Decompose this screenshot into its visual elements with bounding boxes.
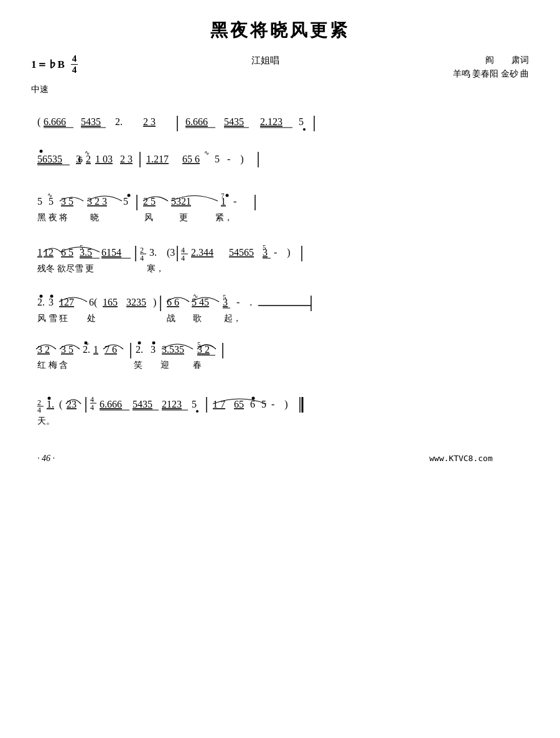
note-group: 2 3 — [143, 116, 156, 127]
dot-above — [152, 341, 156, 344]
page: 黑夜将晓风更紧 1＝♭B 4 4 江姐唱 阎 肃词 羊鸣 姜春阳 金砂 曲 中速… — [0, 0, 560, 738]
key-signature: 1＝♭B — [31, 57, 65, 72]
note-group: 2123 — [162, 399, 182, 409]
lyrics-line6: 红 梅 含 — [37, 360, 68, 370]
note-group: 6.666 — [185, 116, 208, 127]
note-group: 1 — [221, 196, 226, 207]
note-group: 65 6 — [182, 154, 200, 164]
lyrics-line5c: 战 — [167, 314, 175, 323]
note-group: ( — [59, 399, 62, 410]
lyrics-line4: 残冬 欲尽雪 更 — [37, 264, 94, 273]
note-group: 1. — [47, 399, 54, 409]
note-group: - ) — [271, 399, 288, 410]
tempo: 中速 — [31, 84, 529, 95]
note-group: 3 2 3 — [87, 196, 107, 207]
lyrics-line3d: 更 — [179, 213, 188, 222]
note-group: 3 2 — [37, 344, 50, 355]
note-group: 7 6 — [105, 344, 117, 355]
note-group: 5 — [37, 196, 42, 207]
dot-above — [85, 341, 88, 344]
note-group: 6.666 — [44, 116, 66, 127]
note-group: 3 5 — [61, 344, 73, 355]
note-group: 2. — [136, 344, 143, 355]
note-group: 5 — [261, 399, 266, 409]
note-group: 127 — [59, 297, 74, 307]
note-group: 2. — [83, 344, 90, 355]
note-group: 3 — [76, 154, 81, 164]
time-sig-2-4b: 4 — [140, 254, 144, 263]
note-group: 3. (3 — [149, 247, 175, 258]
trill-mark: ∿ — [85, 149, 90, 156]
lyrics-line5b: 处 — [87, 314, 96, 323]
header-left: 1＝♭B 4 4 — [31, 54, 78, 75]
note-group: - . — [236, 297, 252, 307]
note-group: 3 — [223, 297, 228, 307]
composer: 羊鸣 姜春阳 金砂 曲 — [453, 67, 530, 81]
trill-mark: ∿ — [204, 149, 209, 156]
dot-above — [138, 341, 141, 344]
lyrics-line5d: 歌 — [193, 314, 202, 323]
lyrics-line3c: 风 — [144, 213, 153, 222]
dot-below — [303, 128, 306, 131]
note-group: 1 — [37, 247, 42, 258]
note-group: 3.535 — [162, 344, 184, 355]
time-signature: 4 4 — [71, 54, 78, 75]
notation-line1: ( — [37, 116, 40, 128]
dot-above — [50, 294, 54, 297]
note-group: 54565 — [229, 247, 254, 258]
note-group: 6 — [250, 399, 255, 409]
note-group: 6 6 — [167, 297, 179, 307]
note-group: 2 3 — [120, 154, 133, 164]
note-group: 2. — [115, 116, 133, 127]
note-group: 5 — [299, 116, 304, 127]
note-group: 5 — [192, 399, 197, 409]
dot-above — [48, 396, 51, 399]
dot-above-note — [40, 149, 43, 152]
note-group: 6154 — [101, 247, 121, 258]
dot-above — [40, 294, 43, 297]
note-group: 6 5 — [61, 247, 73, 258]
page-number: · 46 · — [37, 454, 55, 463]
note-group: 5321 — [171, 196, 191, 207]
dot-above-note — [128, 194, 131, 197]
lyrics-line3b: 晓 — [90, 213, 99, 222]
lyrics-line6b: 笑 — [134, 360, 142, 370]
lyricist: 阎 肃词 — [453, 54, 530, 67]
note-group: 5435 — [81, 116, 101, 127]
note-group: 2.344 — [191, 247, 213, 258]
note-group: 2. — [37, 297, 45, 307]
note-group: 6.666 — [100, 399, 122, 409]
lyrics-line7: 天。 — [37, 416, 55, 426]
note-group: 3 — [263, 247, 268, 258]
note-group: 165 — [103, 297, 118, 307]
note-group: 5435 — [133, 399, 152, 409]
note-group: 2 5 — [143, 196, 156, 207]
dot-below — [196, 410, 198, 413]
note-group: 1 — [93, 344, 98, 355]
trill-mark: ∿ — [193, 292, 198, 299]
time-sig: 4 — [90, 403, 94, 412]
website: www.KTVC8.com — [429, 454, 493, 463]
dot-above — [252, 396, 255, 399]
lyrics-line5: 风 雪 狂 — [37, 314, 68, 323]
trill-mark: ∿ — [47, 192, 52, 199]
music-score: ( 6.666 5435 2. 2 3 6.666 5435 2.123 5 5… — [31, 100, 529, 735]
lyrics-line5e: 起， — [224, 314, 241, 323]
note-group: 3 2 — [197, 344, 210, 355]
note-group: 5435 — [224, 116, 244, 127]
note-group: 3 — [151, 344, 156, 355]
note-group: 65 — [234, 399, 244, 409]
note-group: 3235 — [126, 297, 146, 307]
lyrics-line3: 黑 夜 将 — [37, 213, 68, 222]
credits: 阎 肃词 羊鸣 姜春阳 金砂 曲 — [453, 54, 530, 82]
lyrics-line3e: 紧， — [215, 213, 233, 222]
dot-above-note — [226, 194, 229, 197]
note-group: 3 — [49, 297, 54, 307]
note-group: 12 — [44, 247, 54, 258]
note-group: 1 03 — [95, 154, 113, 164]
time-sig-4-4b: 4 — [181, 254, 185, 263]
note-group: - ) — [227, 154, 244, 165]
note-group: ) — [153, 297, 156, 308]
note-group: 5 — [123, 196, 128, 207]
note-group: - ) — [274, 247, 291, 258]
